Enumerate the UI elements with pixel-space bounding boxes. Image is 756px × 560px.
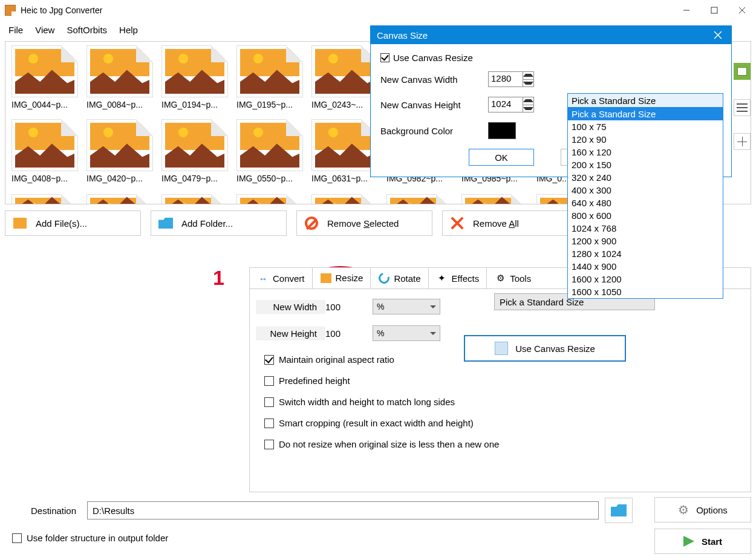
dropdown-option[interactable]: 1440 x 900 xyxy=(568,260,723,273)
thumbnail-item[interactable] xyxy=(159,194,230,204)
canvas-width-input[interactable]: 1280 xyxy=(488,71,523,87)
thumbnail-item[interactable] xyxy=(84,194,155,204)
ok-button[interactable]: OK xyxy=(469,149,534,166)
dropdown-option[interactable]: 1200 x 900 xyxy=(568,235,723,247)
thumbnail-label: IMG_0420~p... xyxy=(86,174,153,183)
thumbnail-item[interactable]: IMG_0194~p... xyxy=(159,45,230,118)
app-icon xyxy=(5,5,16,16)
add-files-button[interactable]: Add File(s)... xyxy=(5,210,141,236)
maximize-button[interactable] xyxy=(700,1,728,19)
view-grid-icon[interactable] xyxy=(734,133,751,150)
thumbnail-item[interactable]: IMG_0420~p... xyxy=(84,119,155,192)
checkbox-icon xyxy=(380,53,389,62)
thumbnail-item[interactable]: IMG_0408~p... xyxy=(9,119,80,192)
new-width-value[interactable]: 100 xyxy=(325,302,373,312)
folder-structure-checkbox[interactable]: Use folder structure in output folder xyxy=(12,533,751,543)
no-sign-icon xyxy=(304,217,319,230)
canvas-height-label: New Canvas Height xyxy=(380,100,488,110)
close-button[interactable] xyxy=(728,1,756,19)
bottom-panel: Destination D:\Results Use folder struct… xyxy=(0,498,756,554)
width-spinner[interactable] xyxy=(523,71,534,87)
checkbox-icon xyxy=(264,376,274,386)
height-spinner[interactable] xyxy=(523,97,534,112)
dialog-close-button[interactable] xyxy=(711,28,725,42)
options-button[interactable]: ⚙Options xyxy=(654,497,751,523)
new-height-value[interactable]: 100 xyxy=(325,328,373,339)
canvas-height-input[interactable]: 1024 xyxy=(488,97,523,112)
convert-icon: ↔ xyxy=(257,272,269,284)
menu-help[interactable]: Help xyxy=(113,22,144,37)
play-icon xyxy=(683,536,694,547)
use-canvas-resize-checkbox[interactable]: Use Canvas Resize xyxy=(380,53,722,63)
window-controls xyxy=(673,1,756,19)
standard-size-combobox[interactable]: Pick a Standard Size xyxy=(567,93,723,108)
thumbnail-label: IMG_0631~p... xyxy=(311,174,378,183)
dropdown-option[interactable]: 800 x 600 xyxy=(568,209,723,222)
thumbnail-image xyxy=(311,45,378,97)
menu-view[interactable]: View xyxy=(29,22,60,37)
add-folder-label: Add Folder... xyxy=(181,218,233,229)
bottom-right-buttons: ⚙Options Start xyxy=(654,497,751,554)
dropdown-option[interactable]: 320 x 240 xyxy=(568,171,723,184)
thumbnail-label: IMG_0044~p... xyxy=(11,100,78,109)
dropdown-option[interactable]: 1024 x 768 xyxy=(568,222,723,235)
thumbnail-label: IMG_0479~p... xyxy=(161,174,228,183)
dialog-title: Canvas Size xyxy=(377,30,428,41)
checkbox-icon xyxy=(264,355,274,365)
remove-all-button[interactable]: Remove All xyxy=(442,210,578,236)
thumbnail-item[interactable] xyxy=(9,194,80,204)
smart-cropping-checkbox[interactable]: Smart cropping (result in exact width an… xyxy=(264,418,745,428)
tab-effects[interactable]: ✦Effects xyxy=(429,268,487,288)
tabs-area: ↔Convert Resize Rotate ✦Effects ⚙Tools N… xyxy=(249,267,751,492)
thumbnail-image xyxy=(11,45,78,97)
dropdown-option[interactable]: 120 x 90 xyxy=(568,133,723,146)
dropdown-option[interactable]: 160 x 120 xyxy=(568,146,723,158)
thumbnail-item[interactable] xyxy=(234,194,305,204)
thumbnail-item[interactable]: IMG_0479~p... xyxy=(159,119,230,192)
thumbnail-item[interactable]: IMG_0195~p... xyxy=(234,45,305,118)
view-list-icon[interactable] xyxy=(734,99,751,116)
switch-wh-checkbox[interactable]: Switch width and height to match long si… xyxy=(264,397,745,407)
browse-button[interactable] xyxy=(605,498,633,523)
thumbnail-item[interactable] xyxy=(384,194,455,204)
destination-input[interactable]: D:\Results xyxy=(87,501,599,519)
thumbnail-label: IMG_0195~p... xyxy=(236,100,303,109)
tab-rotate[interactable]: Rotate xyxy=(371,268,428,288)
thumbnail-label: IMG_0550~p... xyxy=(236,174,303,183)
tab-tools[interactable]: ⚙Tools xyxy=(487,268,538,288)
dropdown-option[interactable]: 200 x 150 xyxy=(568,158,723,171)
thumbnail-item[interactable] xyxy=(459,194,530,204)
menu-softorbits[interactable]: SoftOrbits xyxy=(60,22,113,37)
tab-convert[interactable]: ↔Convert xyxy=(250,268,313,288)
thumbnail-item[interactable]: IMG_0550~p... xyxy=(234,119,305,192)
dropdown-option[interactable]: Pick a Standard Size xyxy=(568,108,723,120)
menu-file[interactable]: File xyxy=(2,22,29,37)
dropdown-option[interactable]: 400 x 300 xyxy=(568,184,723,197)
thumbnail-item[interactable] xyxy=(309,194,380,204)
dropdown-option[interactable]: 640 x 480 xyxy=(568,197,723,209)
use-canvas-resize-button[interactable]: Use Canvas Resize xyxy=(464,335,626,362)
bg-color-swatch[interactable] xyxy=(488,122,516,139)
height-unit-select[interactable]: % xyxy=(373,325,440,341)
thumbnail-label: IMG_0243~... xyxy=(311,100,378,109)
view-thumbnails-icon[interactable] xyxy=(734,63,751,80)
minimize-button[interactable] xyxy=(673,1,700,19)
thumbnail-image xyxy=(236,45,303,97)
tab-resize[interactable]: Resize xyxy=(313,268,371,288)
dropdown-option[interactable]: 1600 x 1050 xyxy=(568,285,723,298)
dropdown-option[interactable]: 1600 x 1200 xyxy=(568,273,723,285)
add-folder-button[interactable]: Add Folder... xyxy=(151,210,287,236)
remove-selected-button[interactable]: Remove Selected xyxy=(296,210,432,236)
dropdown-option[interactable]: 100 x 75 xyxy=(568,120,723,133)
thumbnail-item[interactable]: IMG_0044~p... xyxy=(9,45,80,118)
dropdown-option[interactable]: 1280 x 1024 xyxy=(568,247,723,260)
width-unit-select[interactable]: % xyxy=(373,299,440,314)
predefined-height-checkbox[interactable]: Predefined height xyxy=(264,376,745,386)
start-button[interactable]: Start xyxy=(654,529,751,554)
app-title: Heic to Jpg Converter xyxy=(21,5,102,15)
annotation-1: 1 xyxy=(213,266,224,290)
caret-up-icon xyxy=(523,74,533,77)
thumbnail-item[interactable]: IMG_0084~p... xyxy=(84,45,155,118)
dialog-title-bar[interactable]: Canvas Size xyxy=(371,26,731,44)
do-not-resize-checkbox[interactable]: Do not resize when original size is less… xyxy=(264,439,745,449)
